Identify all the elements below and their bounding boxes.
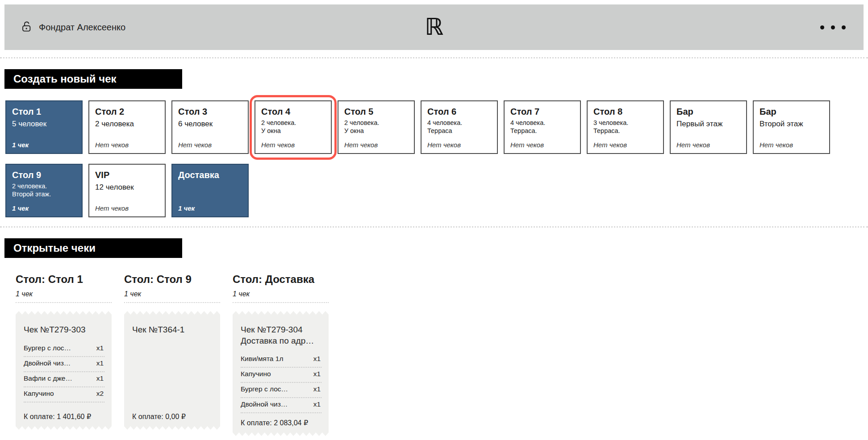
item-qty: x2 <box>96 390 104 398</box>
receipt-zigzag-top <box>233 311 329 315</box>
table-title: Стол 3 <box>178 107 242 117</box>
receipt-total: К оплате: 2 083,04 ₽ <box>241 413 321 427</box>
more-menu-button[interactable] <box>818 21 847 34</box>
open-checks-row: Стол: Стол 1 1 чек Чек №Т279-303 Бургер … <box>16 273 868 436</box>
table-status: Нет чеков <box>676 141 740 149</box>
item-qty: x1 <box>96 359 104 367</box>
table-card-stol-1[interactable]: Стол 1 5 человек 1 чек <box>5 100 83 154</box>
receipt-item: Двойной чиз… x1 <box>24 357 104 372</box>
item-qty: x1 <box>313 355 321 363</box>
receipt-item: Двойной чиз… x1 <box>241 398 321 413</box>
table-card-stol-6[interactable]: Стол 6 4 человека. Терраса Нет чеков <box>421 100 498 154</box>
receipt-zigzag-bottom <box>233 432 329 436</box>
table-subtitle: Второй этаж <box>760 119 823 129</box>
item-name: Двойной чиз… <box>24 359 71 367</box>
check-column-count: 1 чек <box>233 290 329 303</box>
table-title: Стол 1 <box>12 107 76 117</box>
receipt-card-t279-303[interactable]: Чек №Т279-303 Бургер с лос… x1 Двойной ч… <box>16 311 112 430</box>
table-title: Стол 7 <box>510 107 574 117</box>
receipt-total: К оплате: 0,00 ₽ <box>132 407 213 421</box>
table-status: Нет чеков <box>510 141 574 149</box>
item-qty: x1 <box>96 374 104 382</box>
table-status: Нет чеков <box>760 141 823 149</box>
table-title: Стол 6 <box>427 107 491 117</box>
table-subtitle: 12 человек <box>95 183 159 192</box>
receipt-number: Чек №Т279-304 <box>241 324 321 336</box>
item-name: Бургер с лос… <box>24 344 71 352</box>
receipt-item: Киви/мята 1л x1 <box>241 353 321 368</box>
table-subtitle: 2 человека. У окна <box>261 119 325 135</box>
table-card-dostavka[interactable]: Доставка 1 чек <box>171 164 249 217</box>
table-status: Нет чеков <box>261 141 325 149</box>
table-title: Стол 4 <box>261 107 325 117</box>
receipt-body: Чек №Т279-304 Доставка по адр… Киви/мята… <box>233 315 329 432</box>
table-title: Стол 9 <box>12 170 76 180</box>
current-user-button[interactable]: Фондрат Алексеенко <box>21 21 125 34</box>
check-column-count: 1 чек <box>124 290 220 303</box>
table-card-stol-5[interactable]: Стол 5 2 человека. У окна Нет чеков <box>338 100 415 154</box>
table-card-stol-7[interactable]: Стол 7 4 человека. Терраса. Нет чеков <box>504 100 581 154</box>
receipt-card-t364-1[interactable]: Чек №Т364-1 К оплате: 0,00 ₽ <box>124 311 220 430</box>
item-name: Капучино <box>24 390 54 398</box>
receipt-items: Бургер с лос… x1 Двойной чиз… x1 Вафли с… <box>24 342 104 403</box>
table-status: 1 чек <box>12 141 76 149</box>
table-status: Нет чеков <box>344 141 408 149</box>
table-status: 1 чек <box>12 204 76 212</box>
receipt-total: К оплате: 1 401,60 ₽ <box>24 407 104 421</box>
table-card-stol-3[interactable]: Стол 3 6 человек Нет чеков <box>171 100 249 154</box>
receipt-item: Капучино x2 <box>24 387 104 403</box>
receipt-zigzag-bottom <box>124 426 220 430</box>
section-header-create-check: Создать новый чек <box>4 69 182 89</box>
top-bar: Фондрат Алексеенко ℝ <box>4 4 864 50</box>
receipt-item: Бургер с лос… x1 <box>241 383 321 398</box>
item-name: Вафли с дже… <box>24 374 72 382</box>
section-header-open-checks: Открытые чеки <box>4 238 182 258</box>
table-subtitle: 4 человека. Терраса. <box>510 119 574 135</box>
receipt-zigzag-top <box>16 311 112 315</box>
receipt-body: Чек №Т364-1 К оплате: 0,00 ₽ <box>124 315 220 426</box>
check-column-title: Стол: Стол 9 <box>124 273 220 286</box>
table-status: Нет чеков <box>593 141 657 149</box>
table-status: Нет чеков <box>95 141 159 149</box>
check-column-title: Стол: Доставка <box>233 273 329 286</box>
check-column-stol-9: Стол: Стол 9 1 чек Чек №Т364-1 К оплате:… <box>124 273 220 436</box>
item-name: Капучино <box>241 370 271 378</box>
receipt-items: Киви/мята 1л x1 Капучино x1 Бургер с лос… <box>241 353 321 413</box>
table-card-bar-1[interactable]: Бар Первый этаж Нет чеков <box>670 100 747 154</box>
table-card-vip[interactable]: VIP 12 человек Нет чеков <box>88 164 166 217</box>
table-card-stol-2[interactable]: Стол 2 2 человека Нет чеков <box>88 100 166 154</box>
more-dots-icon <box>820 25 824 29</box>
divider <box>0 226 868 228</box>
receipt-number: Чек №Т279-303 <box>24 324 104 336</box>
more-dots-icon <box>831 25 835 29</box>
item-name: Двойной чиз… <box>241 400 288 408</box>
table-subtitle: Первый этаж <box>676 119 740 129</box>
receipt-item: Вафли с дже… x1 <box>24 372 104 387</box>
table-title: Стол 8 <box>593 107 657 117</box>
rkeeper-logo: ℝ <box>425 15 443 38</box>
table-card-stol-4[interactable]: Стол 4 2 человека. У окна Нет чеков <box>255 100 332 154</box>
table-subtitle: 5 человек <box>12 119 76 129</box>
table-subtitle: 2 человека. Второй этаж. <box>12 182 76 198</box>
table-status: 1 чек <box>178 204 242 212</box>
receipt-body: Чек №Т279-303 Бургер с лос… x1 Двойной ч… <box>16 315 112 426</box>
check-column-count: 1 чек <box>16 290 112 303</box>
table-card-grid: Стол 1 5 человек 1 чек Стол 2 2 человека… <box>5 100 863 217</box>
table-status: Нет чеков <box>178 141 242 149</box>
item-qty: x1 <box>313 400 321 408</box>
item-qty: x1 <box>96 344 104 352</box>
check-column-title: Стол: Стол 1 <box>16 273 112 286</box>
table-title: VIP <box>95 170 159 180</box>
more-dots-icon <box>842 25 846 29</box>
item-qty: x1 <box>313 370 321 378</box>
table-card-stol-9[interactable]: Стол 9 2 человека. Второй этаж. 1 чек <box>5 164 83 217</box>
table-subtitle: 3 человека. Терраса. <box>593 119 657 135</box>
table-subtitle: 4 человека. Терраса <box>427 119 491 135</box>
table-card-bar-2[interactable]: Бар Второй этаж Нет чеков <box>753 100 830 154</box>
receipt-zigzag-top <box>124 311 220 315</box>
receipt-item: Бургер с лос… x1 <box>24 342 104 357</box>
table-title: Бар <box>676 107 740 117</box>
receipt-number: Чек №Т364-1 <box>132 324 213 336</box>
receipt-card-t279-304[interactable]: Чек №Т279-304 Доставка по адр… Киви/мята… <box>233 311 329 436</box>
table-card-stol-8[interactable]: Стол 8 3 человека. Терраса. Нет чеков <box>587 100 664 154</box>
